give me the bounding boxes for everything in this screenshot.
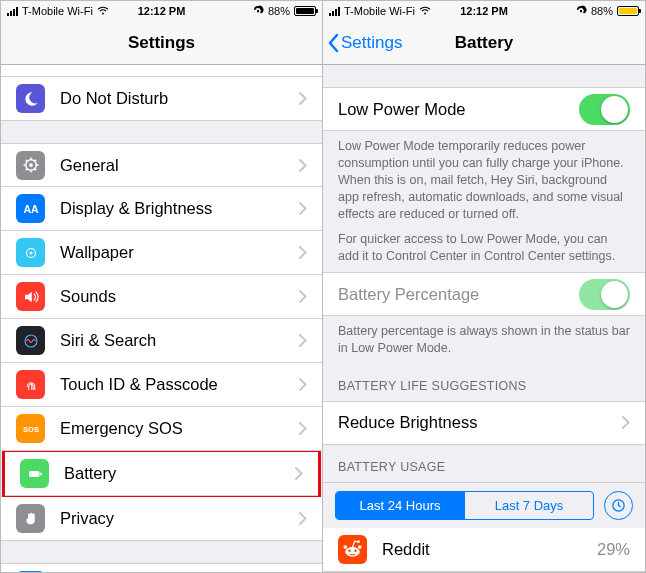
chevron-right-icon — [299, 334, 307, 347]
battery-pct-description: Battery percentage is always shown in th… — [323, 316, 645, 364]
chevron-right-icon — [299, 159, 307, 172]
wifi-icon — [97, 6, 109, 16]
svg-point-28 — [343, 545, 347, 549]
orientation-lock-icon — [575, 5, 587, 17]
nav-bar: Settings Battery — [323, 21, 645, 65]
row-do-not-disturb[interactable]: Do Not Disturb — [1, 77, 322, 121]
hand-icon — [16, 504, 45, 533]
svg-line-7 — [34, 169, 36, 171]
row-emergency-sos[interactable]: SOS Emergency SOS — [1, 407, 322, 451]
battery-percentage-toggle — [579, 279, 630, 310]
svg-line-6 — [25, 160, 27, 162]
battery-percentage: 88% — [268, 5, 290, 17]
svg-line-8 — [25, 169, 27, 171]
speaker-icon — [16, 282, 45, 311]
svg-point-12 — [29, 251, 32, 254]
row-label: Privacy — [60, 509, 299, 528]
svg-point-27 — [358, 545, 362, 549]
row-battery-percentage: Battery Percentage — [323, 272, 645, 316]
svg-point-15 — [30, 256, 32, 258]
svg-text:AA: AA — [23, 202, 39, 214]
tab-last-7-days[interactable]: Last 7 Days — [464, 492, 593, 519]
chevron-right-icon — [299, 290, 307, 303]
settings-screen: T-Mobile Wi-Fi 12:12 PM 88% Settings Do … — [1, 1, 323, 572]
cellular-signal-icon — [329, 6, 340, 16]
chevron-right-icon — [299, 512, 307, 525]
chevron-right-icon — [295, 467, 303, 480]
usage-range-control: Last 24 Hours Last 7 Days — [323, 482, 645, 528]
segmented-control[interactable]: Last 24 Hours Last 7 Days — [335, 491, 594, 520]
status-bar: T-Mobile Wi-Fi 12:12 PM 88% — [323, 1, 645, 21]
row-label: Sounds — [60, 287, 299, 306]
low-power-description: Low Power Mode temporarily reduces power… — [323, 131, 645, 229]
page-title: Settings — [128, 33, 195, 53]
row-label: Low Power Mode — [338, 100, 579, 119]
svg-point-16 — [25, 252, 27, 254]
battery-icon — [294, 6, 316, 16]
wallpaper-icon — [16, 238, 45, 267]
row-control-center-partial[interactable] — [1, 65, 322, 77]
row-battery[interactable]: Battery — [5, 452, 318, 496]
chevron-right-icon — [299, 422, 307, 435]
row-wallpaper[interactable]: Wallpaper — [1, 231, 322, 275]
clock-time: 12:12 PM — [460, 5, 508, 17]
appstore-icon — [16, 571, 45, 573]
svg-point-26 — [354, 549, 356, 551]
siri-icon — [16, 326, 45, 355]
svg-text:SOS: SOS — [23, 425, 39, 434]
row-sounds[interactable]: Sounds — [1, 275, 322, 319]
svg-point-29 — [357, 540, 360, 543]
row-label: Touch ID & Passcode — [60, 375, 299, 394]
row-low-power-mode[interactable]: Low Power Mode — [323, 87, 645, 131]
highlight-battery-row: Battery — [2, 449, 321, 499]
svg-rect-19 — [29, 471, 40, 477]
fingerprint-icon — [16, 370, 45, 399]
chevron-right-icon — [299, 378, 307, 391]
gear-icon — [16, 151, 45, 180]
moon-icon — [16, 84, 45, 113]
row-reduce-brightness[interactable]: Reduce Brightness — [323, 401, 645, 445]
row-siri-search[interactable]: Siri & Search — [1, 319, 322, 363]
app-name: Reddit — [382, 540, 597, 559]
row-label: Battery Percentage — [338, 285, 579, 304]
settings-list[interactable]: Do Not Disturb General AA Display & Brig… — [1, 65, 322, 572]
app-usage-row[interactable]: Reddit 29% — [323, 528, 645, 572]
row-label: Battery — [64, 464, 295, 483]
row-touchid-passcode[interactable]: Touch ID & Passcode — [1, 363, 322, 407]
chevron-right-icon — [299, 202, 307, 215]
tab-last-24-hours[interactable]: Last 24 Hours — [336, 492, 464, 519]
chevron-right-icon — [299, 92, 307, 105]
row-itunes-appstore[interactable]: iTunes & App Store — [1, 563, 322, 572]
battery-icon — [617, 6, 639, 16]
orientation-lock-icon — [252, 5, 264, 17]
status-bar: T-Mobile Wi-Fi 12:12 PM 88% — [1, 1, 322, 21]
reddit-icon — [338, 535, 367, 564]
row-label: Reduce Brightness — [338, 413, 622, 432]
suggestions-header: BATTERY LIFE SUGGESTIONS — [323, 364, 645, 401]
brightness-icon: AA — [16, 194, 45, 223]
svg-rect-20 — [40, 472, 42, 475]
row-display-brightness[interactable]: AA Display & Brightness — [1, 187, 322, 231]
app-pct: 29% — [597, 540, 630, 559]
row-label: Wallpaper — [60, 243, 299, 262]
row-privacy[interactable]: Privacy — [1, 497, 322, 541]
cellular-signal-icon — [7, 6, 18, 16]
back-button[interactable]: Settings — [327, 33, 402, 53]
wifi-icon — [419, 6, 431, 16]
nav-bar: Settings — [1, 21, 322, 65]
svg-point-25 — [348, 549, 350, 551]
sos-icon: SOS — [16, 414, 45, 443]
svg-point-1 — [29, 163, 33, 167]
page-title: Battery — [455, 33, 514, 53]
clock-detail-button[interactable] — [604, 491, 633, 520]
row-label: Emergency SOS — [60, 419, 299, 438]
svg-line-9 — [34, 160, 36, 162]
carrier-label: T-Mobile Wi-Fi — [22, 5, 93, 17]
clock-time: 12:12 PM — [138, 5, 186, 17]
svg-point-13 — [30, 247, 32, 249]
row-general[interactable]: General — [1, 143, 322, 187]
row-label: Display & Brightness — [60, 199, 299, 218]
low-power-toggle[interactable] — [579, 94, 630, 125]
battery-icon — [20, 459, 49, 488]
battery-content[interactable]: Low Power Mode Low Power Mode temporaril… — [323, 65, 645, 572]
